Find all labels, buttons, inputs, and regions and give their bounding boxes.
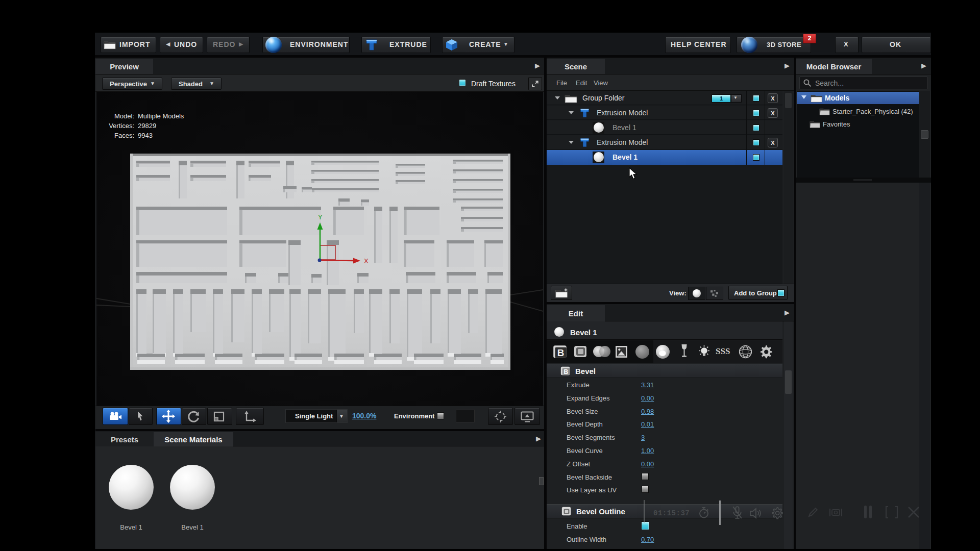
svg-text:X: X — [364, 257, 369, 265]
svg-text:B: B — [564, 368, 569, 375]
svg-text:Y: Y — [318, 213, 323, 221]
svg-text:B: B — [557, 347, 565, 358]
